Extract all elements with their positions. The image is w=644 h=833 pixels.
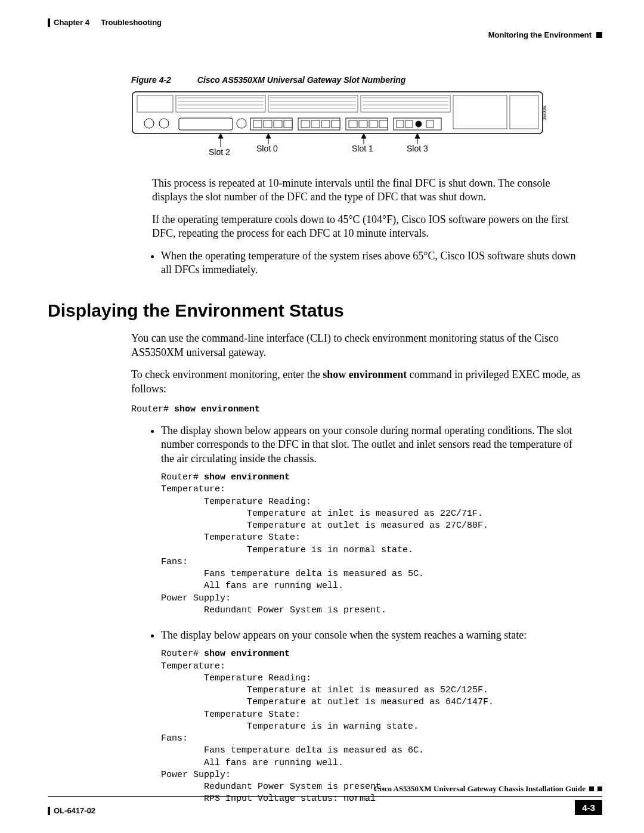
figure-number: Figure 4-2	[131, 75, 171, 85]
page-number-badge: 4-3	[575, 800, 602, 815]
chapter-title: Troubleshooting	[101, 18, 162, 27]
warning-output-intro: The display below appears on your consol…	[161, 628, 584, 642]
section-intro: You can use the command-line interface (…	[131, 332, 584, 396]
svg-rect-37	[369, 120, 377, 128]
console-output-warning: Router# show environment Temperature: Te…	[161, 648, 602, 805]
intro-p2: To check environment monitoring, enter t…	[131, 368, 584, 396]
svg-point-22	[237, 119, 246, 128]
svg-text:Slot 2: Slot 2	[209, 147, 230, 156]
svg-text:Slot 3: Slot 3	[407, 144, 428, 153]
cli-prompt: Router#	[131, 404, 174, 414]
footer-guide-title: Cisco AS5350XM Universal Gateway Chassis…	[374, 784, 586, 794]
footer-bar-icon	[48, 807, 50, 815]
page-header: Chapter 4 Troubleshooting	[48, 18, 602, 27]
svg-rect-35	[349, 120, 357, 128]
console-output-normal: Router# show environment Temperature: Te…	[161, 472, 602, 617]
svg-rect-42	[426, 120, 434, 128]
chapter-label: Chapter 4	[54, 18, 89, 27]
svg-text:Slot 0: Slot 0	[256, 144, 278, 153]
svg-text:Slot 1: Slot 1	[352, 144, 373, 153]
svg-rect-29	[274, 120, 282, 128]
svg-rect-33	[321, 120, 330, 128]
svg-rect-30	[284, 120, 292, 128]
header-bar-icon	[48, 18, 50, 27]
section-heading: Displaying the Environment Status	[48, 301, 602, 321]
top-bullet-item: When the operating temperature of the sy…	[161, 249, 584, 277]
svg-rect-28	[264, 120, 272, 128]
svg-rect-34	[332, 120, 340, 128]
svg-point-41	[416, 121, 422, 127]
figure-caption: Figure 4-2 Cisco AS5350XM Universal Gate…	[131, 75, 602, 85]
top-bullet-list: When the operating temperature of the sy…	[143, 249, 584, 277]
svg-rect-39	[397, 120, 404, 128]
svg-point-19	[144, 119, 154, 128]
header-square-icon	[596, 32, 602, 38]
figure-title: Cisco AS5350XM Universal Gateway Slot Nu…	[197, 75, 406, 85]
footer-square-icon-2	[597, 786, 602, 791]
footer-square-icon	[589, 786, 594, 791]
svg-marker-50	[415, 134, 420, 138]
svg-rect-32	[311, 120, 320, 128]
normal-output-intro: The display shown below appears on your …	[161, 424, 584, 466]
figure-body-text: This process is repeated at 10-minute in…	[152, 176, 584, 241]
svg-rect-36	[359, 120, 367, 128]
page-subheader: Monitoring the Environment	[48, 30, 602, 39]
output-bullet-list: The display shown below appears on your …	[143, 424, 584, 466]
body-p1: This process is repeated at 10-minute in…	[152, 176, 584, 205]
svg-rect-40	[405, 120, 413, 128]
section-label: Monitoring the Environment	[488, 30, 592, 39]
cli-command: show environment	[174, 404, 260, 414]
diagram-id-label: 36006	[541, 106, 547, 120]
svg-marker-44	[218, 134, 223, 138]
svg-rect-21	[179, 118, 233, 130]
svg-marker-46	[266, 134, 271, 138]
svg-point-20	[159, 119, 169, 128]
body-p2: If the operating temperature cools down …	[152, 213, 584, 241]
intro-p1: You can use the command-line interface (…	[131, 332, 584, 360]
page-footer: Cisco AS5350XM Universal Gateway Chassis…	[48, 784, 602, 815]
cli-example: Router# show environment	[131, 404, 602, 414]
footer-doc-id: OL-6417-02	[54, 806, 95, 815]
svg-rect-38	[379, 120, 388, 128]
svg-marker-48	[361, 134, 366, 138]
chassis-diagram: 36006 Slot 2 Slot 0 Slot 1 Slot 3	[131, 91, 602, 159]
svg-rect-27	[253, 120, 262, 128]
svg-rect-31	[301, 120, 309, 128]
output-bullet-list-2: The display below appears on your consol…	[143, 628, 584, 642]
